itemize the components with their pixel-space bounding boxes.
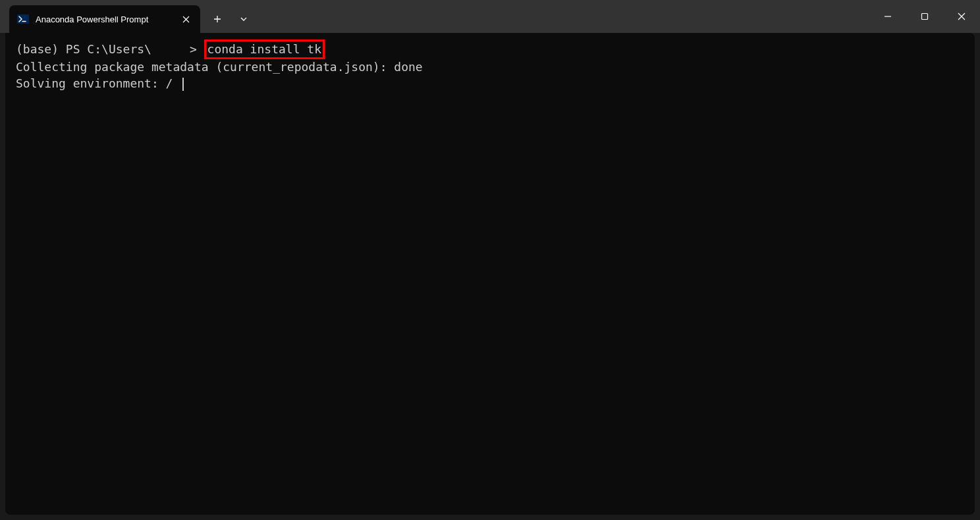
minimize-button[interactable] xyxy=(869,0,906,33)
tab-actions xyxy=(202,5,256,33)
close-window-button[interactable] xyxy=(943,0,980,33)
cursor xyxy=(182,78,184,91)
terminal-line-2: Collecting package metadata (current_rep… xyxy=(16,59,964,75)
terminal-line-1: (base) PS C:\Users\> conda install tk xyxy=(16,39,964,59)
window-controls xyxy=(869,0,980,33)
command-text: conda install tk xyxy=(207,42,321,56)
svg-rect-3 xyxy=(922,14,928,20)
titlebar-left: Anaconda Powershell Prompt xyxy=(0,0,256,33)
prompt-prefix: (base) PS C:\Users\ xyxy=(16,42,151,56)
close-tab-button[interactable] xyxy=(179,13,192,26)
highlighted-command: conda install tk xyxy=(204,39,325,59)
prompt-suffix: > xyxy=(190,42,197,56)
maximize-button[interactable] xyxy=(906,0,943,33)
tab-dropdown-button[interactable] xyxy=(232,8,256,30)
tab-title: Anaconda Powershell Prompt xyxy=(36,14,173,24)
powershell-icon xyxy=(17,13,29,25)
svg-rect-0 xyxy=(17,14,29,24)
new-tab-button[interactable] xyxy=(205,8,229,30)
terminal-line-3: Solving environment: / xyxy=(16,76,964,91)
terminal-output[interactable]: (base) PS C:\Users\> conda install tkCol… xyxy=(5,33,975,515)
active-tab[interactable]: Anaconda Powershell Prompt xyxy=(9,5,200,33)
redacted-username xyxy=(151,44,190,56)
titlebar: Anaconda Powershell Prompt xyxy=(0,0,980,33)
